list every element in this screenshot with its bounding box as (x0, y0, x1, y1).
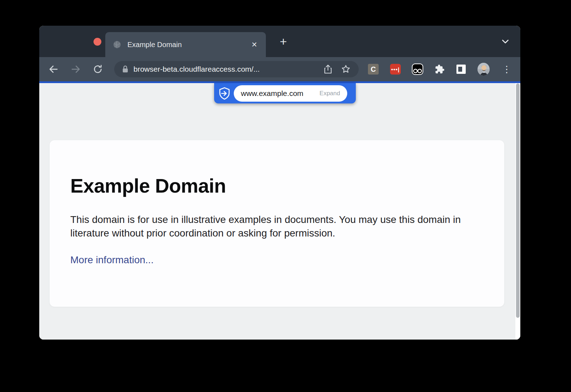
extensions-puzzle-icon[interactable] (434, 63, 446, 75)
page-body-text: This domain is for use in illustrative e… (70, 213, 481, 240)
chevron-down-icon[interactable] (498, 34, 512, 49)
tab-strip: Example Domain ✕ + (39, 26, 520, 57)
new-tab-button[interactable]: + (276, 34, 291, 49)
isolation-url-pill[interactable]: www.example.com Expand (214, 83, 356, 103)
reload-button[interactable] (91, 62, 105, 76)
menu-kebab-icon[interactable]: ⋮ (501, 63, 513, 75)
forward-button[interactable] (69, 62, 83, 76)
isolated-domain-pill[interactable]: www.example.com Expand (234, 85, 347, 102)
side-panel-icon[interactable] (455, 63, 467, 75)
scrollbar-thumb[interactable] (516, 83, 520, 318)
back-button[interactable] (46, 62, 61, 76)
globe-favicon-icon (113, 41, 121, 49)
share-icon[interactable] (324, 64, 332, 74)
extension-binoculars-icon[interactable] (411, 63, 424, 75)
profile-avatar[interactable] (477, 63, 490, 75)
more-information-link[interactable]: More information... (70, 254, 153, 266)
traffic-light-close-button[interactable] (94, 38, 101, 46)
bookmark-star-icon[interactable] (341, 64, 351, 74)
extension-lastpass-icon[interactable]: •••| (389, 63, 401, 75)
isolated-domain-text: www.example.com (241, 89, 303, 98)
extension-c-icon[interactable]: C (367, 63, 379, 75)
shield-icon (219, 87, 230, 100)
url-text: browser-beta.cloudflareaccess.com/... (133, 65, 260, 73)
scrollbar-track[interactable] (515, 83, 520, 340)
expand-button[interactable]: Expand (319, 90, 340, 97)
tab-example-domain[interactable]: Example Domain ✕ (105, 32, 266, 57)
tab-title: Example Domain (127, 41, 251, 49)
address-bar[interactable]: browser-beta.cloudflareaccess.com/... (114, 61, 359, 77)
browser-window: Example Domain ✕ + browser-beta.cloudfla… (39, 26, 520, 340)
page-title: Example Domain (70, 174, 483, 197)
page-viewport: www.example.com Expand Example Domain Th… (39, 83, 520, 340)
toolbar: browser-beta.cloudflareaccess.com/... C … (39, 57, 520, 81)
example-domain-card: Example Domain This domain is for use in… (50, 140, 504, 307)
lock-icon (122, 65, 128, 73)
close-tab-icon[interactable]: ✕ (251, 41, 257, 48)
